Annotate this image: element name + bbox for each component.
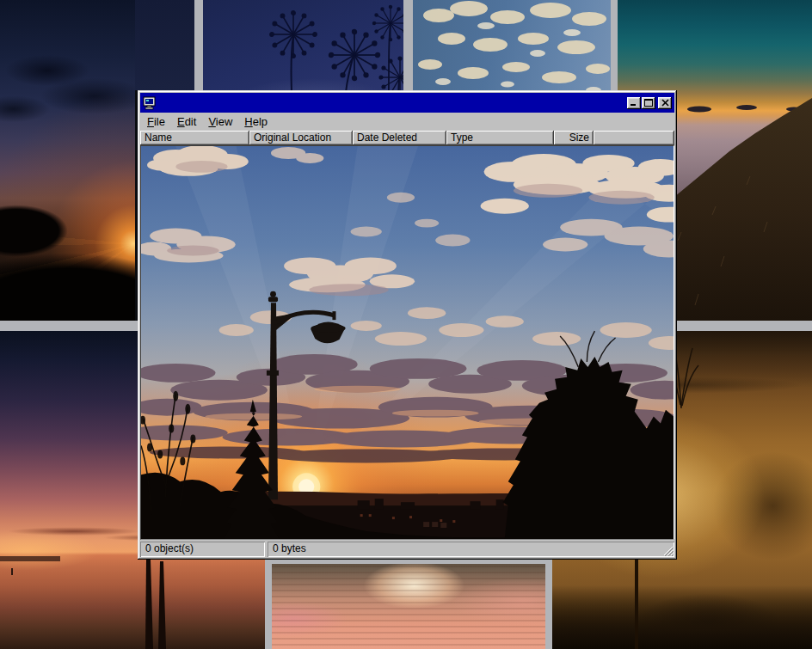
computer-icon <box>143 96 157 110</box>
status-objects: 0 object(s) <box>140 542 265 557</box>
wallpaper-photo-dark-sky <box>135 0 194 90</box>
column-header-filler <box>594 131 674 145</box>
recycle-bin-window: File Edit View Help Name Original Locati… <box>138 90 677 560</box>
column-header-row: Name Original Location Date Deleted Type… <box>140 131 674 145</box>
column-header-type[interactable]: Type <box>446 131 554 145</box>
menu-bar: File Edit View Help <box>140 113 674 131</box>
maximize-icon <box>644 99 653 107</box>
column-header-original-location[interactable]: Original Location <box>249 131 353 145</box>
sunset-photo <box>141 146 674 539</box>
menu-file[interactable]: File <box>141 113 171 131</box>
status-bytes: 0 bytes <box>273 542 306 554</box>
status-bytes-panel: 0 bytes <box>268 542 674 557</box>
title-bar[interactable] <box>140 93 674 113</box>
maximize-button[interactable] <box>642 97 655 109</box>
minimize-icon <box>630 99 638 107</box>
desktop: { "window": { "title": "", "icon": "comp… <box>0 0 812 649</box>
minimize-button[interactable] <box>627 97 641 109</box>
menu-help[interactable]: Help <box>238 113 274 131</box>
column-header-size[interactable]: Size <box>554 131 594 145</box>
menu-view[interactable]: View <box>202 113 238 131</box>
resize-grip-icon[interactable] <box>662 545 674 556</box>
column-header-date-deleted[interactable]: Date Deleted <box>353 131 446 145</box>
collage-seam <box>194 0 203 90</box>
file-list-area[interactable] <box>140 145 674 540</box>
close-button[interactable] <box>658 97 672 109</box>
wallpaper-photo-sunset-rays <box>0 0 135 321</box>
column-header-name[interactable]: Name <box>140 131 249 145</box>
close-icon <box>661 99 669 107</box>
menu-edit[interactable]: Edit <box>171 113 202 131</box>
status-bar: 0 object(s) 0 bytes <box>140 542 674 557</box>
